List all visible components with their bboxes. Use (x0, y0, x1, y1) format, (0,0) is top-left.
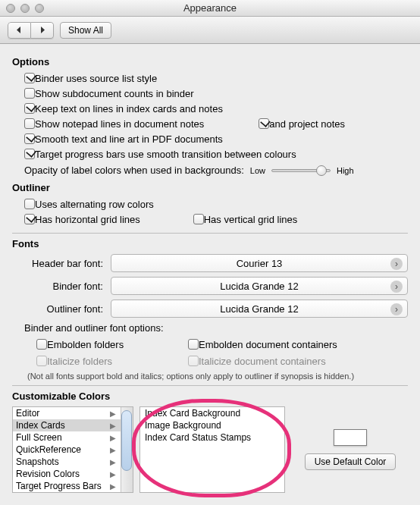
option-label: Smooth text and line art in PDF document… (35, 133, 223, 145)
option-label: Has horizontal grid lines (35, 214, 140, 225)
option-label: Show notepad lines in document notes (35, 118, 204, 130)
binder-font-value: Lucida Grande 12 (220, 281, 298, 292)
header-font-label: Header bar font: (12, 258, 111, 269)
opacity-high-label: High (337, 166, 354, 175)
checkbox-subdoc-counts[interactable] (24, 88, 35, 99)
color-subitem[interactable]: Image Background (140, 419, 284, 431)
popup-arrow-icon: › (390, 281, 403, 293)
checkbox-embolden-containers[interactable] (188, 339, 199, 350)
chevron-right-icon: ▶ (110, 458, 116, 466)
color-swatch-area: Use Default Color (293, 406, 408, 493)
chevron-right-icon (39, 27, 45, 33)
scroll-thumb[interactable] (121, 410, 132, 471)
chevron-right-icon: ▶ (110, 482, 116, 491)
chevron-right-icon: ▶ (110, 446, 116, 454)
color-category-item[interactable]: Editor▶ (13, 407, 133, 419)
options-heading: Options (12, 56, 408, 67)
checkbox-h-grid[interactable] (24, 214, 35, 224)
fonts-note: (Not all fonts support bold and italics;… (27, 372, 408, 381)
chevron-right-icon: ▶ (110, 422, 116, 430)
checkbox-smooth-pdf[interactable] (24, 133, 35, 144)
fonts-heading: Fonts (12, 238, 408, 249)
header-font-field[interactable]: Courier 13 › (111, 254, 408, 272)
opacity-label: Opacity of label colors when used in bac… (24, 165, 244, 176)
checkbox-alt-rows[interactable] (24, 199, 35, 209)
colors-heading: Customizable Colors (12, 391, 408, 402)
option-label: and project notes (269, 118, 345, 130)
color-category-item[interactable]: Full Screen▶ (13, 431, 133, 444)
outliner-font-label: Outliner font: (12, 303, 111, 315)
chevron-right-icon: ▶ (110, 409, 116, 418)
option-label: Uses alternating row colors (35, 199, 154, 210)
option-label: Italicize document containers (199, 356, 326, 367)
color-subitem[interactable]: Index Card Background (140, 407, 284, 419)
binder-font-label: Binder font: (12, 281, 111, 292)
outliner-heading: Outliner (12, 182, 408, 193)
option-label: Italicize folders (47, 356, 112, 367)
color-category-item[interactable]: Target Progress Bars▶ (13, 480, 133, 492)
color-category-item[interactable]: Index Cards▶ (13, 419, 133, 431)
window-titlebar: Appearance (0, 0, 420, 17)
popup-arrow-icon: › (390, 303, 403, 315)
nav-segment (8, 22, 54, 39)
color-category-list[interactable]: Editor▶ Index Cards▶ Full Screen▶ QuickR… (12, 406, 133, 493)
color-category-item[interactable]: Revision Colors▶ (13, 468, 133, 480)
checkbox-keep-text-lines[interactable] (24, 103, 35, 114)
use-default-color-button[interactable]: Use Default Color (305, 453, 396, 470)
popup-arrow-icon: › (390, 258, 403, 270)
header-font-value: Courier 13 (237, 258, 283, 269)
outliner-group: Uses alternating row colors Has horizont… (24, 196, 408, 227)
outliner-font-value: Lucida Grande 12 (220, 303, 298, 315)
option-label: Embolden folders (47, 339, 124, 350)
checkbox-notepad-lines[interactable] (24, 118, 35, 129)
color-category-item[interactable]: QuickReference▶ (13, 444, 133, 456)
option-label: Embolden document containers (199, 339, 337, 350)
checkbox-v-grid[interactable] (193, 214, 204, 224)
option-label: Show subdocument counts in binder (35, 88, 194, 99)
binder-font-options-label: Binder and outliner font options: (24, 322, 408, 334)
opacity-slider[interactable] (271, 169, 331, 172)
checkbox-italic-containers (188, 356, 199, 366)
checkbox-binder-source-list[interactable] (24, 73, 35, 83)
opacity-low-label: Low (250, 166, 265, 175)
window-title: Appearance (0, 2, 420, 14)
show-all-button[interactable]: Show All (60, 22, 111, 39)
color-category-item[interactable]: Snapshots▶ (13, 456, 133, 468)
back-button[interactable] (8, 22, 31, 39)
option-label: Keep text on lines in index cards and no… (35, 103, 223, 114)
checkbox-progress-smooth[interactable] (24, 149, 35, 159)
slider-knob[interactable] (316, 165, 327, 176)
chevron-left-icon (16, 27, 23, 33)
option-label: Target progress bars use smooth transiti… (35, 149, 296, 160)
scrollbar[interactable] (121, 407, 133, 492)
color-subitem[interactable]: Index Card Status Stamps (140, 431, 284, 444)
binder-font-field[interactable]: Lucida Grande 12 › (111, 277, 408, 295)
checkbox-project-notes[interactable] (259, 118, 269, 129)
forward-button[interactable] (31, 22, 54, 39)
chevron-right-icon: ▶ (110, 434, 116, 442)
color-subitem-list[interactable]: Index Card Background Image Background I… (139, 406, 285, 493)
checkbox-italic-folders (36, 356, 47, 366)
color-swatch[interactable] (334, 429, 367, 446)
checkbox-embolden-folders[interactable] (36, 339, 47, 350)
fonts-group: Header bar font: Courier 13 › Binder fon… (12, 254, 408, 381)
option-label: Binder uses source list style (35, 73, 157, 84)
options-group: Binder uses source list style Show subdo… (24, 71, 408, 176)
toolbar: Show All (0, 17, 420, 44)
chevron-right-icon: ▶ (110, 470, 116, 478)
outliner-font-field[interactable]: Lucida Grande 12 › (111, 300, 408, 318)
option-label: Has vertical grid lines (204, 214, 298, 225)
